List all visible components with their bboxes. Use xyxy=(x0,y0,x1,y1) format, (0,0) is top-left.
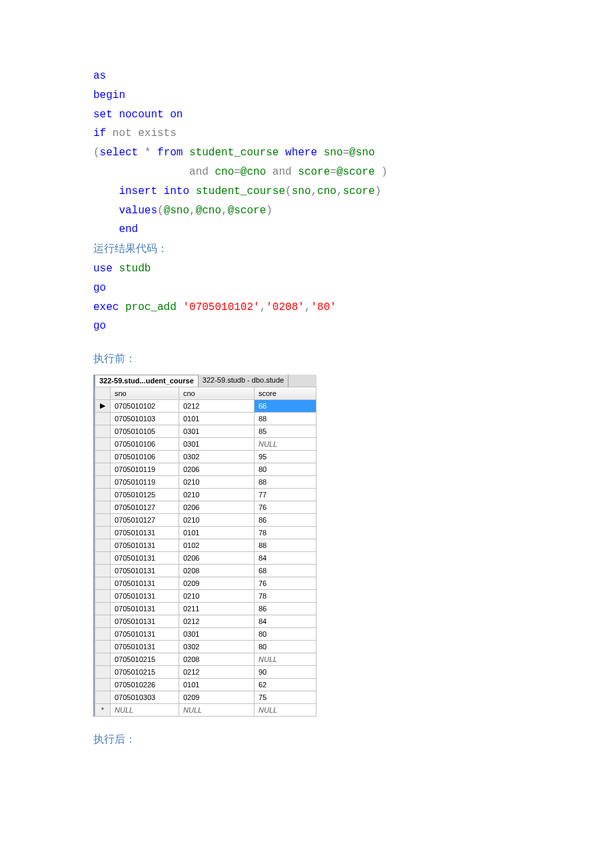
cell-sno[interactable]: 0705010131 xyxy=(111,602,179,615)
table-row[interactable]: 0705010131021186 xyxy=(95,602,316,615)
row-marker[interactable] xyxy=(95,475,111,488)
row-marker[interactable] xyxy=(95,678,111,691)
cell-cno[interactable]: 0206 xyxy=(179,501,255,513)
cell-score[interactable]: 80 xyxy=(255,640,316,653)
row-marker[interactable]: ▶ xyxy=(95,399,111,412)
cell-sno[interactable]: 0705010127 xyxy=(111,513,179,526)
cell-score[interactable]: NULL xyxy=(255,653,316,665)
cell-sno[interactable]: 0705010105 xyxy=(111,425,179,437)
cell-cno[interactable]: 0210 xyxy=(179,475,255,488)
cell-score[interactable]: 75 xyxy=(255,691,316,703)
cell-score[interactable]: 84 xyxy=(255,551,316,564)
col-header-sno[interactable]: sno xyxy=(111,387,179,399)
cell-sno[interactable]: 0705010131 xyxy=(111,589,179,602)
cell-score[interactable]: 84 xyxy=(255,615,316,627)
table-row[interactable]: 0705010131030180 xyxy=(95,627,316,640)
row-marker[interactable] xyxy=(95,640,111,653)
cell-cno[interactable]: 0209 xyxy=(179,577,255,589)
cell-cno[interactable]: 0210 xyxy=(179,589,255,602)
table-row[interactable]: 0705010226010162 xyxy=(95,678,316,691)
cell-sno[interactable]: 0705010127 xyxy=(111,501,179,513)
col-header-score[interactable]: score xyxy=(255,387,316,399)
cell-score[interactable]: 95 xyxy=(255,450,316,463)
cell-sno[interactable]: 0705010215 xyxy=(111,653,179,665)
cell-cno[interactable]: 0101 xyxy=(179,526,255,539)
data-grid[interactable]: sno cno score ▶0705010102021266070501010… xyxy=(95,387,316,717)
table-row[interactable]: 0705010106030295 xyxy=(95,450,316,463)
cell-cno[interactable]: 0210 xyxy=(179,488,255,501)
cell-cno[interactable]: 0208 xyxy=(179,653,255,665)
col-header-cno[interactable]: cno xyxy=(179,387,255,399)
row-marker[interactable] xyxy=(95,551,111,564)
cell-score[interactable]: 88 xyxy=(255,539,316,551)
row-marker[interactable] xyxy=(95,653,111,665)
row-marker[interactable] xyxy=(95,463,111,475)
cell-score[interactable]: 86 xyxy=(255,513,316,526)
row-marker[interactable] xyxy=(95,488,111,501)
cell-score[interactable]: 66 xyxy=(255,399,316,412)
row-marker[interactable] xyxy=(95,589,111,602)
table-row[interactable]: 0705010131021078 xyxy=(95,589,316,602)
row-marker[interactable] xyxy=(95,437,111,450)
row-marker[interactable] xyxy=(95,615,111,627)
tab-active[interactable]: 322-59.stud...udent_course xyxy=(95,375,199,387)
table-row[interactable]: 0705010215021290 xyxy=(95,665,316,678)
cell-score[interactable]: 88 xyxy=(255,475,316,488)
cell-cno[interactable]: 0212 xyxy=(179,615,255,627)
table-row[interactable]: ▶0705010102021266 xyxy=(95,399,316,412)
cell-cno[interactable]: 0209 xyxy=(179,691,255,703)
cell-sno[interactable]: 0705010106 xyxy=(111,450,179,463)
row-marker[interactable] xyxy=(95,627,111,640)
table-row[interactable]: 0705010119020680 xyxy=(95,463,316,475)
cell-cno[interactable]: 0302 xyxy=(179,640,255,653)
cell-score[interactable]: 76 xyxy=(255,501,316,513)
cell-sno[interactable]: 0705010119 xyxy=(111,475,179,488)
cell-sno[interactable]: 0705010215 xyxy=(111,665,179,678)
cell-score[interactable]: 62 xyxy=(255,678,316,691)
cell-score[interactable]: 68 xyxy=(255,564,316,577)
row-marker[interactable] xyxy=(95,577,111,589)
cell-sno[interactable]: 0705010125 xyxy=(111,488,179,501)
cell-cno[interactable]: NULL xyxy=(179,703,255,716)
cell-sno[interactable]: 0705010131 xyxy=(111,564,179,577)
cell-cno[interactable]: 0302 xyxy=(179,450,255,463)
row-marker[interactable] xyxy=(95,539,111,551)
cell-sno[interactable]: 0705010131 xyxy=(111,615,179,627)
cell-cno[interactable]: 0301 xyxy=(179,425,255,437)
row-marker[interactable] xyxy=(95,412,111,425)
table-row[interactable]: 0705010131020868 xyxy=(95,564,316,577)
cell-score[interactable]: 85 xyxy=(255,425,316,437)
cell-cno[interactable]: 0101 xyxy=(179,678,255,691)
table-row[interactable]: 0705010119021088 xyxy=(95,475,316,488)
cell-score[interactable]: 86 xyxy=(255,602,316,615)
cell-score[interactable]: 80 xyxy=(255,627,316,640)
cell-score[interactable]: NULL xyxy=(255,437,316,450)
cell-cno[interactable]: 0210 xyxy=(179,513,255,526)
cell-cno[interactable]: 0301 xyxy=(179,437,255,450)
table-row[interactable]: 0705010131020976 xyxy=(95,577,316,589)
cell-score[interactable]: 88 xyxy=(255,412,316,425)
cell-sno[interactable]: 0705010102 xyxy=(111,399,179,412)
cell-score[interactable]: 78 xyxy=(255,526,316,539)
cell-sno[interactable]: 0705010131 xyxy=(111,640,179,653)
cell-sno[interactable]: 0705010131 xyxy=(111,526,179,539)
row-marker[interactable] xyxy=(95,564,111,577)
table-row[interactable]: 0705010131020684 xyxy=(95,551,316,564)
cell-sno[interactable]: 0705010106 xyxy=(111,437,179,450)
cell-sno[interactable]: 0705010103 xyxy=(111,412,179,425)
table-row[interactable]: 0705010131021284 xyxy=(95,615,316,627)
cell-cno[interactable]: 0101 xyxy=(179,412,255,425)
row-marker[interactable] xyxy=(95,501,111,513)
cell-sno[interactable]: 0705010119 xyxy=(111,463,179,475)
cell-score[interactable]: 90 xyxy=(255,665,316,678)
cell-sno[interactable]: 0705010131 xyxy=(111,627,179,640)
cell-sno[interactable]: 0705010226 xyxy=(111,678,179,691)
table-row[interactable]: 07050101060301NULL xyxy=(95,437,316,450)
cell-sno[interactable]: 0705010131 xyxy=(111,539,179,551)
table-row[interactable]: 07050102150208NULL xyxy=(95,653,316,665)
row-marker[interactable] xyxy=(95,526,111,539)
table-row[interactable]: 0705010127020676 xyxy=(95,501,316,513)
cell-score[interactable]: 76 xyxy=(255,577,316,589)
table-row[interactable]: 0705010303020975 xyxy=(95,691,316,703)
row-marker[interactable] xyxy=(95,691,111,703)
